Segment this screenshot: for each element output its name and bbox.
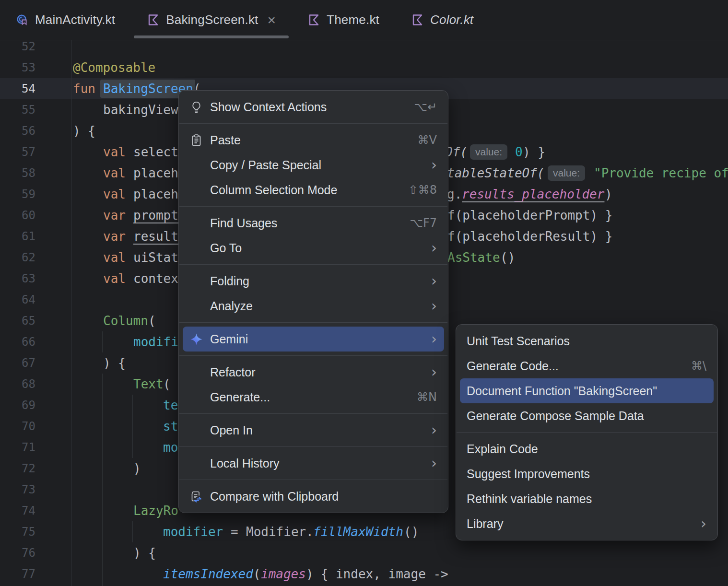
code-token: ) {	[73, 120, 95, 141]
line-number: 74	[0, 500, 35, 521]
menu-item-local-history[interactable]: Local History›	[183, 451, 444, 476]
menu-item-analyze[interactable]: Analyze›	[183, 293, 444, 318]
line-number: 77	[0, 563, 35, 585]
menu-item-explain-code[interactable]: Explain Code	[460, 436, 714, 461]
menu-item-find-usages[interactable]: Find Usages⌥F7	[183, 211, 444, 235]
line-number: 63	[0, 268, 35, 289]
line-number: 60	[0, 205, 35, 226]
menu-item-label: Document Function "BakingScreen"	[467, 384, 657, 398]
kotlin-file-icon	[307, 13, 320, 26]
menu-item-show-context-actions[interactable]: Show Context Actions⌥↵	[183, 94, 444, 119]
code-token: 0	[515, 141, 523, 163]
kotlin-file-icon	[147, 13, 160, 26]
code-token: val	[103, 268, 126, 289]
code-token: (	[163, 374, 171, 395]
line-number: 59	[0, 184, 35, 205]
menu-item-folding[interactable]: Folding›	[183, 269, 444, 293]
menu-item-document-function-bakingscreen[interactable]: Document Function "BakingScreen"	[460, 378, 714, 403]
code-token: ()	[500, 247, 515, 268]
tab-label: BakingScreen.kt	[166, 12, 258, 27]
menu-item-go-to[interactable]: Go To›	[183, 235, 444, 260]
code-token: tableStateOf(	[447, 163, 545, 184]
submenu-arrow-icon: ›	[417, 365, 437, 379]
menu-item-library[interactable]: Library›	[460, 511, 714, 536]
editor-tab-bar: MainActivity.ktBakingScreen.kt×Theme.ktC…	[0, 0, 728, 40]
menu-item-label: Generate...	[210, 390, 270, 404]
menu-separator	[179, 264, 447, 265]
line-number: 66	[0, 331, 35, 352]
inlay-hint: value:	[470, 144, 507, 160]
code-token: select	[133, 141, 178, 163]
menu-item-open-in[interactable]: Open In›	[183, 418, 444, 443]
menu-item-label: Show Context Actions	[210, 100, 327, 114]
code-line-76[interactable]: 76) {	[0, 542, 728, 563]
menu-item-unit-test-scenarios[interactable]: Unit Test Scenarios	[460, 328, 714, 353]
menu-separator	[179, 322, 447, 323]
menu-separator	[179, 480, 447, 480]
menu-item-label: Unit Test Scenarios	[467, 334, 570, 348]
menu-item-generate[interactable]: Generate...⌘N	[183, 385, 444, 410]
line-number: 53	[0, 57, 35, 78]
code-token: )	[133, 458, 141, 479]
menu-item-label: Generate Compose Sample Data	[467, 409, 644, 423]
code-token: prompt	[133, 205, 178, 226]
menu-item-label: Suggest Improvements	[467, 467, 590, 481]
line-number: 56	[0, 120, 35, 141]
menu-item-gemini[interactable]: Gemini›	[183, 327, 444, 352]
code-token: bakingView	[103, 99, 178, 120]
menu-item-copy-paste-special[interactable]: Copy / Paste Special›	[183, 152, 444, 177]
code-token: st	[163, 416, 178, 437]
code-token: Modifier	[246, 521, 306, 542]
line-number: 62	[0, 247, 35, 268]
menu-item-shortcut: ⇧⌘8	[394, 183, 437, 197]
line-number: 55	[0, 99, 35, 120]
code-line-77[interactable]: 77itemsIndexed(images) { index, image ->	[0, 563, 728, 585]
menu-item-paste[interactable]: Paste⌘V	[183, 128, 444, 152]
tab-color-kt[interactable]: Color.kt	[395, 0, 489, 40]
code-token: )	[306, 563, 314, 585]
line-number: 71	[0, 437, 35, 458]
tab-mainactivity-kt[interactable]: MainActivity.kt	[0, 0, 131, 40]
code-token: results_placeholder	[462, 184, 604, 205]
code-token: ()	[404, 521, 419, 542]
code-token: val	[103, 184, 126, 205]
tab-close-icon[interactable]: ×	[268, 13, 276, 27]
code-token: modifier	[163, 521, 223, 542]
line-number: 72	[0, 458, 35, 479]
submenu-arrow-icon: ›	[417, 158, 437, 172]
submenu-arrow-icon: ›	[417, 456, 437, 470]
menu-separator	[457, 432, 717, 433]
code-token: { index, image ->	[313, 563, 448, 585]
menu-item-suggest-improvements[interactable]: Suggest Improvements	[460, 461, 714, 486]
code-token: .	[306, 521, 314, 542]
code-token: fillMaxWidth	[313, 521, 403, 542]
line-number: 70	[0, 416, 35, 437]
tab-label: MainActivity.kt	[35, 12, 115, 27]
menu-item-compare-with-clipboard[interactable]: Compare with Clipboard	[183, 484, 444, 509]
menu-item-shortcut: ⌘V	[403, 133, 437, 147]
menu-separator	[179, 446, 447, 447]
line-number: 64	[0, 289, 35, 310]
menu-item-column-selection-mode[interactable]: Column Selection Mode⇧⌘8	[183, 177, 444, 202]
menu-item-generate-compose-sample-data[interactable]: Generate Compose Sample Data	[460, 403, 714, 428]
code-token: f(placeholderResult) }	[447, 226, 612, 247]
tab-label: Color.kt	[430, 12, 473, 27]
menu-item-label: Explain Code	[467, 442, 538, 456]
menu-item-generate-code[interactable]: Generate Code...⌘\	[460, 353, 714, 378]
line-number: 58	[0, 163, 35, 184]
code-line-53[interactable]: 53@Composable	[0, 57, 728, 78]
menu-item-label: Analyze	[210, 299, 253, 313]
menu-item-rethink-variable-names[interactable]: Rethink variable names	[460, 486, 714, 511]
main-activity-icon	[16, 13, 29, 26]
code-token: modifi	[133, 331, 178, 352]
menu-item-label: Copy / Paste Special	[210, 158, 321, 172]
menu-item-refactor[interactable]: Refactor›	[183, 360, 444, 385]
submenu-arrow-icon: ›	[417, 241, 437, 255]
tab-bakingscreen-kt[interactable]: BakingScreen.kt×	[131, 0, 292, 40]
menu-separator	[179, 413, 447, 414]
code-token: f(placeholderPrompt) }	[447, 205, 612, 226]
tab-theme-kt[interactable]: Theme.kt	[292, 0, 395, 40]
submenu-arrow-icon: ›	[417, 332, 437, 346]
submenu-arrow-icon: ›	[417, 274, 437, 288]
code-token: Column	[103, 310, 148, 331]
